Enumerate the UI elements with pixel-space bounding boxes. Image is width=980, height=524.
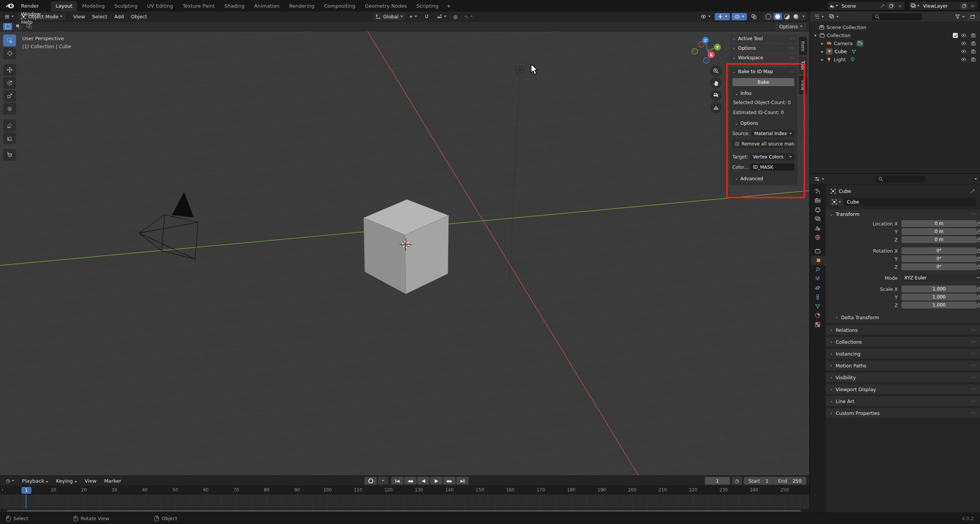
play-button[interactable]: ▶	[430, 477, 443, 485]
pivot-point-selector[interactable]: ⌖	[407, 13, 420, 21]
disable-in-renders-icon[interactable]	[969, 41, 977, 46]
value-field[interactable]: 1.000	[902, 302, 977, 309]
hide-in-viewport-icon[interactable]	[960, 33, 967, 38]
shading-options-dropdown[interactable]	[802, 16, 805, 17]
value-field[interactable]: 0°	[902, 255, 977, 262]
expand-icon[interactable]: ▸	[820, 49, 824, 54]
value-field[interactable]: 1.000	[902, 286, 977, 292]
source-dropdown[interactable]: Material Index	[751, 130, 794, 137]
camera-view-button[interactable]	[710, 90, 722, 101]
section-line-art[interactable]: ›Line Art	[826, 396, 980, 406]
timeline-menu-marker[interactable]: Marker	[101, 477, 125, 485]
outliner-item-label[interactable]: Camera	[834, 41, 853, 46]
timeline-editor-type-button[interactable]: ◷	[3, 477, 17, 485]
lock-icon[interactable]	[977, 248, 980, 253]
drag-grip-icon[interactable]	[790, 70, 795, 73]
outliner-search-input[interactable]	[872, 13, 922, 20]
expand-icon[interactable]: ▸	[820, 57, 824, 62]
properties-options-dropdown[interactable]	[975, 178, 977, 180]
options-section-header[interactable]: ⌄Options	[735, 121, 797, 126]
outliner-editor-type-button[interactable]	[812, 13, 825, 20]
box-select-tool-button[interactable]	[3, 34, 16, 46]
breadcrumb-object-name[interactable]: Cube	[839, 188, 851, 194]
zoom-view-button[interactable]	[710, 65, 722, 77]
section-viewport-display[interactable]: ›Viewport Display	[826, 384, 980, 395]
properties-search-input[interactable]	[875, 176, 925, 183]
section-custom-properties[interactable]: ›Custom Properties	[826, 408, 980, 418]
viewport-canvas[interactable]: User Perspective (1) Collection | Cube Z…	[0, 31, 809, 475]
material-preview-shading-button[interactable]	[783, 13, 791, 20]
viewport-menu-select[interactable]: Select	[88, 13, 111, 21]
scale-tool-button[interactable]	[3, 90, 16, 102]
workspace-tab-animation[interactable]: Animation	[250, 1, 284, 11]
add-cube-tool-button[interactable]	[3, 149, 16, 161]
measure-tool-button[interactable]	[3, 132, 16, 144]
timeline-menu-playback[interactable]: Playback	[18, 477, 52, 485]
menu-edit[interactable]: Edit	[18, 0, 44, 2]
next-keyframe-button[interactable]: ◆▶	[443, 477, 456, 485]
properties-tab-texture[interactable]	[810, 320, 826, 329]
auto-keyframe-button[interactable]	[364, 477, 377, 485]
drag-grip-icon[interactable]	[971, 340, 976, 344]
proportional-editing-toggle[interactable]: ◎	[451, 13, 460, 20]
pan-view-button[interactable]	[710, 77, 722, 89]
infos-section-header[interactable]: ⌄Infos	[735, 91, 797, 96]
lock-icon[interactable]	[977, 295, 980, 299]
visibility-filter-dropdown[interactable]	[698, 13, 713, 20]
drag-grip-icon[interactable]	[971, 352, 976, 356]
unlink-scene-icon[interactable]: ×	[896, 3, 903, 9]
workspace-tab-rendering[interactable]: Rendering	[284, 1, 319, 11]
workspace-tab-texture-paint[interactable]: Texture Paint	[178, 1, 219, 11]
disable-in-renders-icon[interactable]	[969, 33, 977, 38]
workspace-tab-scripting[interactable]: Scripting	[412, 1, 443, 11]
panel-workspace[interactable]: ›Workspace	[729, 54, 797, 62]
menu-help[interactable]: Help	[18, 18, 44, 26]
value-field[interactable]: 0°	[902, 263, 977, 270]
workspace-tab-geometry-nodes[interactable]: Geometry Nodes	[360, 1, 412, 11]
sidebar-tab-view[interactable]: View	[799, 76, 807, 94]
drag-grip-icon[interactable]	[971, 364, 976, 367]
view-layer-selector[interactable]: ViewLayer ×	[909, 1, 978, 10]
value-field[interactable]: 0°	[902, 247, 977, 254]
drag-grip-icon[interactable]	[790, 37, 795, 41]
bake-panel-header[interactable]: ⌄Bake to ID Map	[729, 67, 797, 76]
jump-to-start-button[interactable]: ◀	[391, 477, 403, 485]
section-instancing[interactable]: ›Instancing	[826, 348, 980, 359]
annotate-tool-button[interactable]	[3, 119, 16, 131]
timeline-menu-view[interactable]: View	[81, 477, 100, 485]
current-frame-badge[interactable]: 1	[21, 487, 31, 494]
disable-in-renders-icon[interactable]	[969, 49, 977, 54]
solid-shading-button[interactable]	[774, 13, 782, 20]
bake-button[interactable]: Bake	[732, 78, 794, 86]
properties-tab-modifiers[interactable]	[810, 265, 826, 274]
outliner-filter-mode-button[interactable]	[827, 13, 840, 20]
timeline-ruler[interactable]: › 1 102030405060708090100110120130140150…	[0, 486, 809, 495]
outliner-row-cube[interactable]: ▸Cube	[810, 47, 980, 56]
timeline-scrollbar[interactable]	[0, 509, 809, 513]
play-reverse-button[interactable]: ◀	[417, 477, 430, 485]
outliner-item-label[interactable]: Light	[834, 57, 846, 62]
hide-in-viewport-icon[interactable]	[960, 41, 967, 46]
expand-icon[interactable]: ▾	[813, 33, 817, 38]
snap-toggle[interactable]	[421, 13, 432, 20]
section-visibility[interactable]: ›Visibility	[826, 372, 980, 383]
tool-options-dropdown[interactable]: Options	[776, 23, 806, 30]
jump-to-end-button[interactable]: ▶	[456, 477, 469, 485]
drag-grip-icon[interactable]	[971, 375, 976, 379]
remove-view-layer-icon[interactable]: ×	[969, 3, 976, 9]
workspace-tab-modeling[interactable]: Modeling	[77, 1, 109, 11]
delta-transform-panel[interactable]: › Delta Transform	[826, 313, 980, 323]
snap-settings-dropdown[interactable]	[434, 13, 449, 20]
auto-keyframe-options[interactable]	[378, 477, 388, 485]
new-collection-button[interactable]	[968, 13, 977, 21]
advanced-section-header[interactable]: ›Advanced	[735, 176, 797, 181]
exclude-collection-checkbox[interactable]	[953, 33, 958, 38]
menu-render[interactable]: Render	[18, 2, 44, 10]
axis-neg-z-ball[interactable]	[704, 58, 709, 64]
drag-grip-icon[interactable]	[971, 411, 976, 415]
toggle-orthographic-button[interactable]	[710, 102, 722, 113]
value-field[interactable]: 0 m	[902, 220, 977, 227]
outliner-row-light[interactable]: ▸Light	[810, 56, 980, 64]
id-type-selector[interactable]	[830, 198, 843, 206]
properties-editor-type-button[interactable]	[813, 175, 826, 183]
